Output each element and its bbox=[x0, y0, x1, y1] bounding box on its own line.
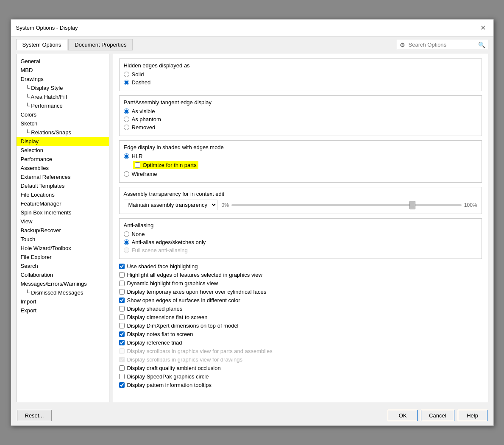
sidebar-item-area-hatch[interactable]: └ Area Hatch/Fill bbox=[17, 92, 109, 101]
assembly-transparency-section: Assembly transparency for in context edi… bbox=[119, 187, 482, 214]
sidebar: GeneralMBDDrawings└ Display Style└ Area … bbox=[16, 54, 109, 402]
radio-label-dashed: Dashed bbox=[132, 79, 151, 86]
sidebar-item-drawings[interactable]: Drawings bbox=[17, 75, 109, 83]
checkbox-shaded-planes[interactable] bbox=[119, 306, 125, 312]
checkbox-label-reference-triad: Display reference triad bbox=[127, 339, 182, 346]
reset-button[interactable]: Reset... bbox=[17, 410, 52, 421]
slider-max-label: 100% bbox=[464, 202, 477, 208]
radio-label-hlr: HLR bbox=[132, 153, 143, 159]
sidebar-item-backup-recover[interactable]: Backup/Recover bbox=[17, 226, 109, 235]
sidebar-item-messages-errors[interactable]: Messages/Errors/Warnings bbox=[17, 279, 109, 288]
sidebar-item-file-locations[interactable]: File Locations bbox=[17, 190, 109, 199]
main-body: GeneralMBDDrawings└ Display Style└ Area … bbox=[11, 50, 493, 406]
sidebar-item-external-references[interactable]: External References bbox=[17, 172, 109, 181]
sidebar-item-touch[interactable]: Touch bbox=[17, 235, 109, 244]
help-button[interactable]: Help bbox=[458, 410, 487, 421]
sidebar-item-performance2[interactable]: Performance bbox=[17, 155, 109, 164]
radio-row-full-scene: Full scene anti-aliasing bbox=[124, 247, 477, 253]
footer-buttons: OK Cancel Help bbox=[388, 410, 487, 421]
checkbox-pattern-info[interactable] bbox=[119, 382, 125, 388]
checkbox-row-draft-quality: Display draft quality ambient occlusion bbox=[119, 365, 482, 371]
radio-solid[interactable] bbox=[124, 72, 129, 77]
dialog-window: System Options - Display ✕ System Option… bbox=[11, 19, 494, 426]
checkbox-label-dimxpert: Display DimXpert dimensions on top of mo… bbox=[127, 323, 239, 329]
radio-removed[interactable] bbox=[124, 125, 129, 130]
edge-display-section: Edge display in shaded with edges mode H… bbox=[119, 140, 482, 183]
tangent-edge-label: Part/Assembly tangent edge display bbox=[124, 99, 477, 106]
assembly-transparency-dropdown[interactable]: Maintain assembly transparency bbox=[124, 200, 217, 210]
sidebar-item-colors[interactable]: Colors bbox=[17, 110, 109, 119]
sidebar-item-import[interactable]: Import bbox=[17, 297, 109, 306]
checkbox-row-highlight-edges: Highlight all edges of features selected… bbox=[119, 272, 482, 278]
checkbox-highlight-edges[interactable] bbox=[119, 272, 125, 278]
checkbox-dim-flat[interactable] bbox=[119, 314, 125, 320]
sidebar-item-display-style[interactable]: └ Display Style bbox=[17, 83, 109, 92]
checkbox-scrollbars-drawings bbox=[119, 357, 125, 362]
checkbox-row-notes-flat: Display notes flat to screen bbox=[119, 331, 482, 337]
checkbox-optimize-thin-parts[interactable] bbox=[135, 162, 140, 168]
sidebar-item-sketch[interactable]: Sketch bbox=[17, 119, 109, 128]
sidebar-item-file-explorer[interactable]: File Explorer bbox=[17, 253, 109, 261]
sidebar-item-dismissed-messages[interactable]: └ Dismissed Messages bbox=[17, 288, 109, 297]
sidebar-item-default-templates[interactable]: Default Templates bbox=[17, 181, 109, 190]
cancel-button[interactable]: Cancel bbox=[421, 410, 454, 421]
sidebar-item-performance[interactable]: └ Performance bbox=[17, 101, 109, 110]
search-input[interactable] bbox=[409, 42, 476, 48]
sidebar-item-general[interactable]: General bbox=[17, 57, 109, 66]
close-button[interactable]: ✕ bbox=[478, 23, 488, 33]
radio-label-full-scene: Full scene anti-aliasing bbox=[132, 247, 188, 253]
radio-row-anti-alias-edges: Anti-alias edges/sketches only bbox=[124, 239, 477, 245]
optimize-row: Optimize for thin parts bbox=[133, 161, 198, 169]
checkbox-temp-axes[interactable] bbox=[119, 289, 125, 295]
search-box: ⚙ 🔍 bbox=[397, 40, 488, 50]
checkbox-dynamic-highlight[interactable] bbox=[119, 281, 125, 286]
sidebar-item-relations-snaps[interactable]: └ Relations/Snaps bbox=[17, 128, 109, 137]
checkbox-row-open-edges: Show open edges of surfaces in different… bbox=[119, 297, 482, 303]
sidebar-item-assemblies[interactable]: Assemblies bbox=[17, 164, 109, 172]
transparency-slider-track[interactable] bbox=[231, 204, 462, 206]
sidebar-item-hole-wizard[interactable]: Hole Wizard/Toolbox bbox=[17, 244, 109, 253]
radio-wireframe[interactable] bbox=[124, 171, 129, 177]
checkbox-draft-quality[interactable] bbox=[119, 365, 125, 371]
assembly-transparency-row: Maintain assembly transparency 0% 100% bbox=[124, 200, 477, 210]
optimize-label: Optimize for thin parts bbox=[143, 162, 197, 168]
checkbox-speedpak[interactable] bbox=[119, 374, 125, 379]
checkbox-dimxpert[interactable] bbox=[119, 323, 125, 328]
checkbox-row-scrollbars-drawings: Display scrollbars in graphics view for … bbox=[119, 356, 482, 363]
checkbox-label-highlight-edges: Highlight all edges of features selected… bbox=[127, 272, 262, 278]
checkbox-row-shaded-face: Use shaded face highlighting bbox=[119, 263, 482, 270]
sidebar-item-search2[interactable]: Search bbox=[17, 261, 109, 270]
tab-system-options[interactable]: System Options bbox=[16, 39, 68, 50]
tab-document-properties[interactable]: Document Properties bbox=[68, 39, 133, 50]
radio-row-hlr: HLR bbox=[124, 153, 477, 159]
checkbox-row-scrollbars-parts: Display scrollbars in graphics view for … bbox=[119, 348, 482, 354]
transparency-slider-thumb[interactable] bbox=[409, 201, 415, 209]
radio-row-solid: Solid bbox=[124, 71, 477, 78]
sidebar-item-selection[interactable]: Selection bbox=[17, 146, 109, 155]
sidebar-item-display[interactable]: Display bbox=[17, 137, 109, 146]
checkbox-label-temp-axes: Display temporary axes upon hover over c… bbox=[127, 289, 267, 295]
sidebar-item-export[interactable]: Export bbox=[17, 306, 109, 315]
ok-button[interactable]: OK bbox=[388, 410, 418, 421]
sidebar-item-spin-box[interactable]: Spin Box Increments bbox=[17, 208, 109, 217]
checkbox-notes-flat[interactable] bbox=[119, 331, 125, 337]
radio-as-phantom[interactable] bbox=[124, 117, 129, 122]
checkbox-reference-triad[interactable] bbox=[119, 340, 125, 345]
sidebar-item-collaboration[interactable]: Collaboration bbox=[17, 270, 109, 279]
checkbox-row-shaded-planes: Display shaded planes bbox=[119, 306, 482, 312]
hidden-edges-label: Hidden edges displayed as bbox=[124, 62, 477, 69]
radio-as-visible[interactable] bbox=[124, 108, 129, 114]
checkbox-shaded-face[interactable] bbox=[119, 264, 125, 269]
checkbox-open-edges[interactable] bbox=[119, 298, 125, 303]
radio-none[interactable] bbox=[124, 231, 129, 237]
radio-dashed[interactable] bbox=[124, 80, 129, 85]
sidebar-item-mbd[interactable]: MBD bbox=[17, 66, 109, 75]
checkbox-row-dimxpert: Display DimXpert dimensions on top of mo… bbox=[119, 323, 482, 329]
sidebar-item-feature-manager[interactable]: FeatureManager bbox=[17, 199, 109, 208]
sidebar-item-view[interactable]: View bbox=[17, 217, 109, 226]
radio-hlr[interactable] bbox=[124, 153, 129, 159]
checkbox-scrollbars-parts bbox=[119, 348, 125, 354]
radio-row-as-visible: As visible bbox=[124, 108, 477, 114]
radio-anti-alias-edges[interactable] bbox=[124, 239, 129, 245]
anti-aliasing-section: Anti-aliasing None Anti-alias edges/sket… bbox=[119, 218, 482, 259]
